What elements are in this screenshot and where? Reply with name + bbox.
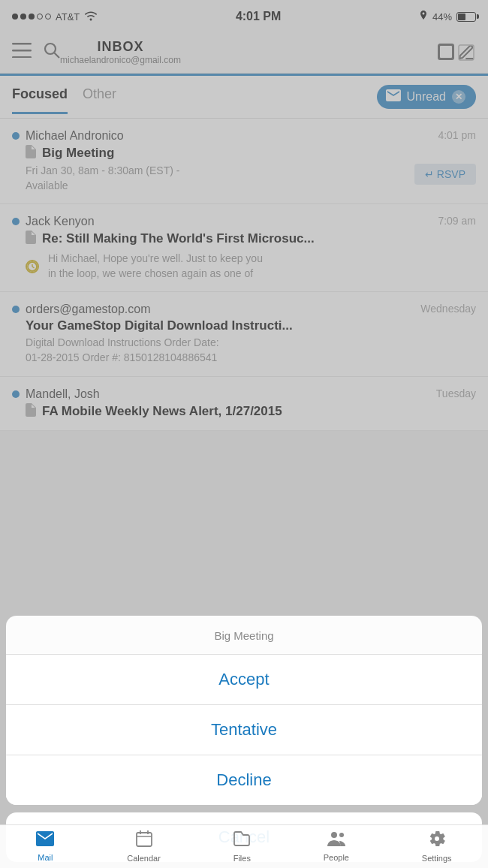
svg-rect-12 [137, 833, 152, 846]
calendar-nav-icon [136, 830, 152, 851]
mail-nav-icon [36, 831, 54, 851]
accept-button[interactable]: Accept [6, 655, 482, 705]
svg-point-17 [339, 833, 344, 837]
nav-files[interactable]: Files [233, 830, 251, 863]
nav-settings-label: Settings [422, 854, 452, 863]
bottom-nav: Mail Calendar Files [0, 824, 488, 868]
nav-people-label: People [324, 853, 349, 862]
action-sheet-title: Big Meeting [6, 616, 482, 655]
nav-settings[interactable]: Settings [422, 830, 452, 863]
settings-nav-icon [429, 830, 445, 851]
decline-button[interactable]: Decline [6, 755, 482, 805]
nav-mail-label: Mail [38, 853, 53, 862]
action-sheet: Big Meeting Accept Tentative Decline [6, 616, 482, 805]
nav-mail[interactable]: Mail [36, 831, 54, 862]
svg-point-16 [331, 832, 337, 838]
tentative-button[interactable]: Tentative [6, 705, 482, 755]
nav-calendar[interactable]: Calendar [127, 830, 161, 863]
nav-calendar-label: Calendar [127, 854, 161, 863]
people-nav-icon [327, 831, 345, 851]
nav-files-label: Files [233, 854, 251, 863]
files-nav-icon [233, 830, 250, 851]
nav-people[interactable]: People [324, 831, 349, 862]
modal-overlay[interactable]: Big Meeting Accept Tentative Decline Can… [0, 0, 488, 868]
